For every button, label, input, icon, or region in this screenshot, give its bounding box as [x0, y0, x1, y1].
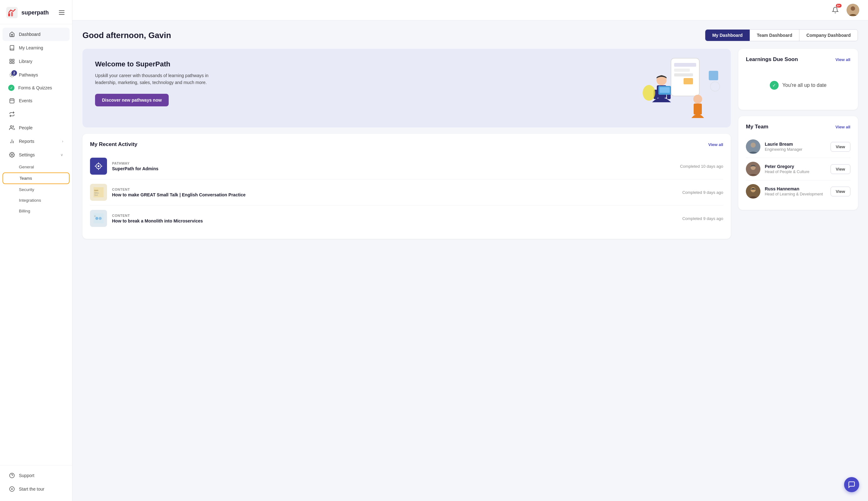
activity-info: CONTENT How to make GREAT Small Talk | E… [112, 188, 677, 197]
hero-banner: Welcome to SuperPath Upskill your career… [83, 49, 731, 127]
activity-item: Q&A SMALL TALK CONTENT How to make GREAT… [90, 179, 723, 205]
sidebar-item-people[interactable]: People [2, 121, 69, 135]
sidebar-item-label: Dashboard [19, 32, 41, 37]
sidebar-item-my-learning[interactable]: My Learning [2, 41, 69, 54]
user-avatar-button[interactable] [847, 4, 859, 17]
tab-team-dashboard[interactable]: Team Dashboard [750, 30, 800, 41]
sidebar-bottom: Support Start the tour [0, 465, 72, 501]
svg-rect-5 [10, 62, 11, 64]
chat-icon [848, 481, 855, 488]
svg-rect-48 [94, 213, 104, 223]
my-team-title: My Team [746, 124, 769, 130]
svg-rect-24 [674, 68, 690, 72]
activity-thumbnail: Q&A SMALL TALK [90, 184, 107, 201]
hero-illustration [640, 52, 721, 127]
sidebar-item-reports[interactable]: Reports › [2, 135, 69, 148]
sidebar-item-label: Settings [19, 152, 35, 157]
page-content: Good afternoon, Gavin My Dashboard Team … [72, 20, 868, 501]
tab-company-dashboard[interactable]: Company Dashboard [800, 30, 858, 41]
sidebar-item-library[interactable]: Library [2, 55, 69, 68]
recent-activity-view-all[interactable]: View all [708, 142, 723, 147]
subitem-label: Integrations [19, 198, 41, 203]
tab-my-dashboard[interactable]: My Dashboard [705, 30, 750, 41]
notification-badge: 9+ [836, 4, 842, 8]
svg-point-33 [693, 95, 702, 104]
svg-rect-34 [694, 104, 702, 115]
hero-content: Welcome to SuperPath Upskill your career… [95, 60, 215, 106]
activity-time: Completed 10 days ago [680, 164, 723, 169]
team-member-name: Laurie Bream [765, 142, 826, 147]
activity-item: CONTENT How to break a Monolith into Mic… [90, 205, 723, 231]
team-member-view-button[interactable]: View [831, 142, 850, 152]
sidebar-subitem-teams[interactable]: Teams [2, 172, 69, 184]
sidebar-navigation: Dashboard My Learning Library [0, 24, 72, 465]
svg-text:TALK: TALK [94, 194, 98, 196]
activity-type: CONTENT [112, 214, 677, 217]
svg-text:SMALL: SMALL [94, 192, 99, 194]
sidebar-item-start-tour[interactable]: Start the tour [2, 482, 69, 495]
superpath-logo-icon [6, 7, 18, 18]
discover-pathways-button[interactable]: Discover new pathways now [95, 94, 169, 106]
my-team-header: My Team View all [746, 124, 850, 130]
activity-type: CONTENT [112, 188, 677, 191]
team-member-avatar [746, 184, 760, 199]
calendar-icon [9, 98, 15, 104]
activity-name: SuperPath for Admins [112, 166, 675, 171]
sidebar: superpath Dashboard My Learnin [0, 0, 72, 501]
sidebar-subitem-security[interactable]: Security [2, 184, 69, 195]
sidebar-item-label: Forms & Quizzes [18, 85, 52, 90]
dashboard-tabs: My Dashboard Team Dashboard Company Dash… [705, 29, 858, 41]
sidebar-item-forms-quizzes[interactable]: ✓ Forms & Quizzes [2, 82, 69, 94]
team-member-avatar [746, 139, 760, 154]
sidebar-item-events[interactable]: Events [2, 94, 69, 107]
sidebar-item-support[interactable]: Support [2, 469, 69, 482]
avatar [847, 4, 859, 17]
russ-hanneman-avatar [746, 184, 760, 199]
reports-icon [9, 138, 15, 145]
learnings-due-view-all[interactable]: View all [836, 57, 850, 62]
svg-rect-25 [674, 73, 693, 76]
svg-point-35 [643, 85, 655, 101]
sidebar-item-label: Reports [19, 139, 34, 144]
team-member-view-button[interactable]: View [831, 186, 850, 196]
content-thumb-icon-2 [94, 213, 104, 223]
transfer-icon [9, 111, 15, 117]
svg-text:Q&A: Q&A [94, 190, 98, 191]
team-member-info: Peter Gregory Head of People & Culture [765, 164, 826, 174]
svg-rect-3 [10, 59, 11, 61]
sidebar-subitem-billing[interactable]: Billing [2, 206, 69, 216]
team-member-role: Head of People & Culture [765, 170, 826, 174]
svg-rect-26 [684, 78, 693, 84]
subitem-label: Billing [19, 209, 30, 213]
sidebar-item-pathways[interactable]: Pathways 2 [2, 68, 69, 82]
reports-arrow-icon: › [62, 139, 63, 143]
chat-widget-button[interactable] [844, 477, 859, 492]
sidebar-subitem-general[interactable]: General [2, 162, 69, 172]
recent-activity-card: My Recent Activity View all [83, 134, 731, 239]
topbar: 9+ [72, 0, 868, 20]
page-title: Good afternoon, Gavin [83, 31, 171, 40]
check-icon: ✓ [8, 85, 14, 91]
sidebar-item-dashboard[interactable]: Dashboard [2, 28, 69, 41]
svg-point-12 [10, 126, 12, 127]
up-to-date-text: You're all up to date [782, 83, 826, 88]
hero-illustration-svg [640, 52, 721, 127]
people-icon [9, 125, 15, 131]
content-thumb-icon: Q&A SMALL TALK [94, 187, 104, 197]
team-member-info: Russ Hanneman Head of Learning & Develop… [765, 186, 826, 196]
left-column: Welcome to SuperPath Upskill your career… [83, 49, 731, 239]
sidebar-item-label: Events [19, 98, 32, 103]
activity-time: Completed 9 days ago [682, 216, 723, 221]
activity-thumbnail [90, 210, 107, 227]
svg-point-16 [11, 154, 13, 156]
my-team-view-all[interactable]: View all [836, 125, 850, 129]
svg-rect-23 [674, 63, 696, 67]
sidebar-item-transfer[interactable] [2, 108, 69, 121]
map-icon [9, 486, 15, 492]
hamburger-button[interactable] [57, 9, 66, 16]
notifications-button[interactable]: 9+ [829, 4, 841, 16]
sidebar-subitem-integrations[interactable]: Integrations [2, 195, 69, 205]
team-member-view-button[interactable]: View [831, 164, 850, 174]
sidebar-item-label: People [19, 125, 33, 130]
sidebar-item-settings[interactable]: Settings ∨ [2, 148, 69, 161]
